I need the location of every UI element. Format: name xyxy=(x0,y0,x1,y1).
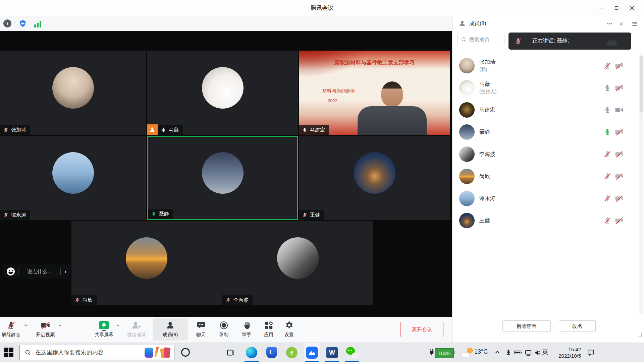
power-plug-icon[interactable] xyxy=(428,348,435,356)
chat-button[interactable]: 聊天 xyxy=(190,319,212,338)
tray-expand-chevron[interactable] xyxy=(494,349,500,355)
avatar xyxy=(277,237,319,279)
resize-handle[interactable] xyxy=(638,333,642,337)
minimize-button[interactable] xyxy=(593,0,609,16)
maximize-button[interactable] xyxy=(609,0,624,16)
task-view-button[interactable] xyxy=(223,343,239,362)
start-video-button[interactable]: 开启视频 xyxy=(34,319,56,338)
video-tile-lihaibo[interactable]: 李海波 xyxy=(222,221,373,305)
raise-hand-button[interactable]: 举手 xyxy=(235,319,258,338)
video-tile-shangxin[interactable]: 尚欣 xyxy=(71,221,222,305)
wechat-invite-button[interactable]: 微信邀请 xyxy=(125,319,148,338)
edge-browser-icon[interactable] xyxy=(244,343,260,362)
panel-scrollbar[interactable] xyxy=(639,53,643,314)
mic-on-icon[interactable] xyxy=(603,106,611,114)
lenovo-browser-icon[interactable]: L xyxy=(264,343,280,362)
wechat-app-icon[interactable] xyxy=(344,343,360,362)
battery-percent-badge[interactable]: 100% xyxy=(435,348,454,358)
network-signal-icon[interactable] xyxy=(34,19,42,27)
camera-off-icon[interactable] xyxy=(615,194,624,202)
mic-muted-icon[interactable] xyxy=(603,217,611,225)
camera-off-icon[interactable] xyxy=(615,217,624,225)
avatar xyxy=(202,67,244,109)
more-options-icon[interactable] xyxy=(606,20,613,27)
tray-display-icon[interactable] xyxy=(525,349,532,356)
word-app-icon[interactable]: W xyxy=(324,343,340,362)
mic-muted-icon[interactable] xyxy=(603,150,611,158)
member-row-zhangjiaqi[interactable]: 张加琦 (我) xyxy=(452,55,639,76)
taskbar-search-box[interactable]: 在这里输入你要搜索的内容 xyxy=(19,345,174,360)
taskbar-clock[interactable]: 15:42 2022/10/5 xyxy=(554,346,581,359)
mic-speaking-icon xyxy=(151,211,157,217)
share-options-chevron[interactable] xyxy=(116,323,120,327)
tray-battery-icon[interactable] xyxy=(514,349,523,356)
live-video-slide: 新能源材料与器件教工党支部学习 材料与新能源学 2022 xyxy=(299,51,450,135)
mic-speaking-icon[interactable] xyxy=(603,128,611,136)
video-tile-mawei[interactable]: 马薇 xyxy=(147,51,298,135)
tile-name-label: 马建宏 xyxy=(299,125,329,135)
camera-off-icon[interactable] xyxy=(615,62,624,70)
video-options-chevron[interactable] xyxy=(58,323,62,327)
video-tile-zhangjiaqi[interactable]: 张加琦 xyxy=(0,51,146,135)
member-row-niejing[interactable]: 聂静 xyxy=(452,122,639,142)
close-panel-icon[interactable] xyxy=(618,20,625,27)
member-row-majianhong[interactable]: 马建宏 xyxy=(452,100,639,120)
camera-off-icon[interactable] xyxy=(615,128,624,136)
camera-off-icon[interactable] xyxy=(615,150,624,158)
menu-icon[interactable] xyxy=(631,20,638,27)
mic-options-chevron[interactable] xyxy=(23,323,28,327)
security-shield-icon[interactable] xyxy=(19,19,27,27)
camera-on-icon[interactable] xyxy=(615,106,624,114)
panel-unmute-button[interactable]: 解除静音 xyxy=(502,320,551,332)
emoji-icon[interactable] xyxy=(7,267,15,276)
video-tile-wangjian[interactable]: 王健 xyxy=(299,136,450,220)
person-add-icon xyxy=(125,319,148,331)
member-row-lihaibo[interactable]: 李海波 xyxy=(452,144,639,165)
camera-off-icon[interactable] xyxy=(615,84,624,92)
quick-chat-bar[interactable]: 说点什么... ‹ xyxy=(3,264,70,279)
360-browser-icon[interactable]: e xyxy=(284,343,300,362)
settings-button[interactable]: 设置 xyxy=(278,319,300,338)
action-center-icon[interactable] xyxy=(587,349,595,356)
weather-icon[interactable] xyxy=(462,348,473,358)
mic-muted-icon xyxy=(74,297,80,303)
clock-date: 2022/10/5 xyxy=(554,353,581,359)
member-name: 马建宏 xyxy=(479,107,495,114)
mic-muted-icon[interactable] xyxy=(603,172,611,180)
apps-grid-icon xyxy=(258,319,280,331)
chat-input[interactable]: 说点什么... xyxy=(18,268,60,275)
member-row-wangjian[interactable]: 王健 xyxy=(452,210,639,231)
member-row-tanyongtao[interactable]: 谭永涛 xyxy=(452,188,639,209)
apps-button[interactable]: 应用 xyxy=(258,319,280,338)
member-row-shangxin[interactable]: 尚欣 xyxy=(452,166,639,187)
video-tile-niejing-speaking[interactable]: 聂静 xyxy=(147,136,298,220)
temperature-label[interactable]: 13°C xyxy=(474,348,488,355)
mic-muted-icon xyxy=(3,127,9,133)
unmute-button[interactable]: 解除静音 xyxy=(0,319,22,338)
tile-name-label: 谭永涛 xyxy=(0,210,30,220)
tray-speaker-icon[interactable] xyxy=(534,349,541,356)
video-tile-majianhong[interactable]: 新能源材料与器件教工党支部学习 材料与新能源学 2022 马建宏 xyxy=(299,51,450,135)
start-button[interactable] xyxy=(4,348,14,358)
video-tile-tanyongtao[interactable]: 谭永涛 xyxy=(0,136,146,220)
collapse-chevron-icon[interactable]: ‹ xyxy=(65,268,66,275)
tray-mic-icon[interactable] xyxy=(505,349,512,356)
leave-meeting-button[interactable]: 离开会议 xyxy=(400,322,443,337)
mic-muted-icon[interactable] xyxy=(603,194,611,202)
tencent-meeting-app-icon[interactable] xyxy=(304,343,320,362)
record-button[interactable]: 录制 xyxy=(213,319,235,338)
panel-rename-button[interactable]: 改名 xyxy=(559,320,596,332)
scrollbar-thumb[interactable] xyxy=(640,56,643,113)
members-button[interactable]: 成员(8) xyxy=(153,318,188,341)
cortana-button[interactable] xyxy=(181,348,190,357)
close-button[interactable] xyxy=(624,0,640,16)
meeting-info-icon[interactable]: i xyxy=(3,19,11,27)
mic-on-icon[interactable] xyxy=(603,84,611,92)
mic-muted-icon[interactable] xyxy=(603,62,611,70)
slide-year: 2022 xyxy=(328,98,337,103)
member-row-mawei[interactable]: 马薇 (主持人) xyxy=(452,77,639,98)
search-members-input[interactable]: 搜索成员 xyxy=(457,33,504,46)
ime-language-indicator[interactable]: 英 xyxy=(542,348,548,356)
share-screen-button[interactable]: 共享屏幕 xyxy=(93,319,115,338)
camera-off-icon[interactable] xyxy=(615,172,624,180)
